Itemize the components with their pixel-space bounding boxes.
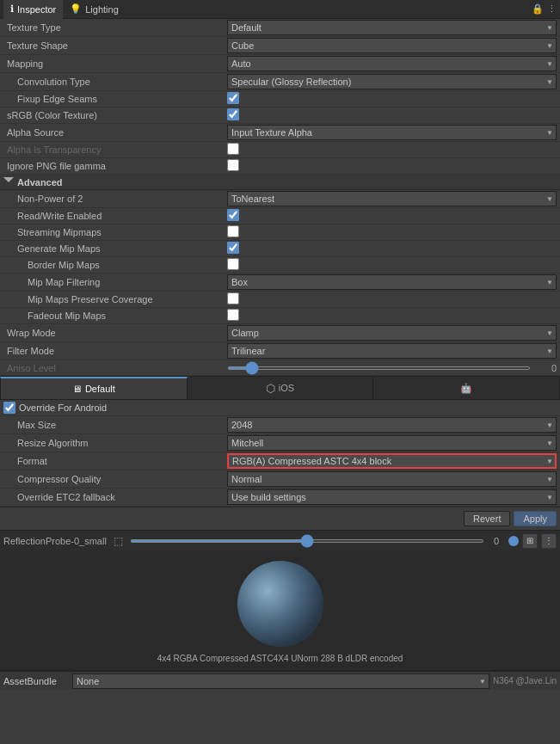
inspector-body: Texture Type Default Texture Shape Cube … bbox=[0, 19, 560, 690]
fixup-edge-seams-checkbox[interactable] bbox=[227, 92, 239, 104]
wrap-mode-dropdown[interactable]: Clamp bbox=[227, 325, 557, 341]
ignore-png-value[interactable] bbox=[227, 159, 557, 173]
preview-info: 4x4 RGBA Compressed ASTC4X4 UNorm 288 B … bbox=[157, 654, 403, 663]
fadeout-mip-maps-label: Fadeout Mip Maps bbox=[3, 311, 227, 321]
mip-maps-preserve-checkbox[interactable] bbox=[227, 292, 239, 304]
mip-map-filtering-label: Mip Map Filtering bbox=[3, 277, 227, 287]
alpha-source-value[interactable]: Input Texture Alpha bbox=[227, 125, 557, 140]
preview-slider[interactable] bbox=[130, 539, 484, 543]
tab-lighting[interactable]: 💡 Lighting bbox=[63, 0, 126, 19]
format-dropdown[interactable]: RGB(A) Compressed ASTC 4x4 block bbox=[227, 453, 557, 469]
preview-sphere bbox=[237, 561, 323, 647]
format-value[interactable]: RGB(A) Compressed ASTC 4x4 block bbox=[227, 453, 557, 469]
mip-map-filtering-dropdown[interactable]: Box bbox=[227, 274, 557, 290]
override-etc2-dropdown[interactable]: Use build settings bbox=[227, 489, 557, 505]
convolution-type-dropdown[interactable]: Specular (Glossy Reflection) bbox=[227, 74, 557, 89]
ignore-png-checkbox[interactable] bbox=[227, 159, 239, 171]
resize-algorithm-dropdown[interactable]: Mitchell bbox=[227, 435, 557, 451]
non-power-dropdown[interactable]: ToNearest bbox=[227, 191, 557, 206]
alpha-transparency-checkbox[interactable] bbox=[227, 143, 239, 155]
generate-mip-maps-checkbox[interactable] bbox=[227, 242, 239, 254]
monitor-icon: 🖥 bbox=[72, 384, 82, 394]
tab-inspector[interactable]: ℹ Inspector bbox=[3, 0, 63, 19]
grid-icon-btn[interactable]: ⊞ bbox=[522, 533, 538, 549]
streaming-mipmaps-label: Streaming Mipmaps bbox=[3, 227, 227, 237]
alpha-source-dropdown[interactable]: Input Texture Alpha bbox=[227, 125, 557, 140]
fadeout-mip-maps-value[interactable] bbox=[227, 309, 557, 323]
filter-mode-value[interactable]: Trilinear bbox=[227, 343, 557, 359]
more-icon-btn[interactable]: ⋮ bbox=[541, 533, 557, 549]
streaming-mipmaps-row: Streaming Mipmaps bbox=[0, 224, 560, 241]
srgb-value[interactable] bbox=[227, 108, 557, 122]
aniso-level-slider[interactable] bbox=[227, 366, 531, 370]
filter-mode-row: Filter Mode Trilinear bbox=[0, 342, 560, 360]
texture-type-value[interactable]: Default bbox=[227, 20, 557, 35]
override-row: Override For Android bbox=[0, 400, 560, 416]
compressor-quality-row: Compressor Quality Normal bbox=[0, 470, 560, 489]
filter-mode-dropdown[interactable]: Trilinear bbox=[227, 343, 557, 359]
max-size-dropdown[interactable]: 2048 bbox=[227, 417, 557, 433]
border-mip-maps-value[interactable] bbox=[227, 258, 557, 272]
mapping-label: Mapping bbox=[3, 58, 227, 69]
fixup-edge-seams-value[interactable] bbox=[227, 92, 557, 106]
platform-tab-android[interactable]: 🤖 bbox=[373, 377, 560, 399]
texture-shape-value[interactable]: Cube bbox=[227, 38, 557, 53]
mapping-dropdown[interactable]: Auto bbox=[227, 56, 557, 71]
bottom-bar: ReflectionProbe-0_small ⬚ 0 ⊞ ⋮ bbox=[0, 530, 560, 550]
mip-map-filtering-row: Mip Map Filtering Box bbox=[0, 274, 560, 292]
fadeout-mip-maps-checkbox[interactable] bbox=[227, 309, 239, 321]
max-size-value[interactable]: 2048 bbox=[227, 417, 557, 433]
resize-algorithm-row: Resize Algorithm Mitchell bbox=[0, 434, 560, 452]
alpha-source-row: Alpha Source Input Texture Alpha bbox=[0, 124, 560, 142]
wrap-mode-value[interactable]: Clamp bbox=[227, 325, 557, 341]
inspector-label: Inspector bbox=[17, 4, 56, 15]
platform-tab-ios[interactable]: ⬡ iOS bbox=[188, 377, 374, 399]
revert-button[interactable]: Revert bbox=[464, 511, 510, 526]
srgb-checkbox[interactable] bbox=[227, 108, 239, 120]
read-write-label: Read/Write Enabled bbox=[3, 211, 227, 221]
texture-shape-row: Texture Shape Cube bbox=[0, 37, 560, 55]
read-write-value[interactable] bbox=[227, 209, 557, 223]
streaming-mipmaps-value[interactable] bbox=[227, 225, 557, 239]
preview-area: 4x4 RGBA Compressed ASTC4X4 UNorm 288 B … bbox=[0, 550, 560, 671]
advanced-header[interactable]: Advanced bbox=[0, 175, 560, 190]
non-power-value[interactable]: ToNearest bbox=[227, 191, 557, 206]
asset-bundle-dropdown[interactable]: None bbox=[72, 673, 489, 689]
slider-value: 0 bbox=[488, 536, 505, 546]
convolution-type-value[interactable]: Specular (Glossy Reflection) bbox=[227, 74, 557, 89]
wrap-mode-label: Wrap Mode bbox=[3, 328, 227, 338]
read-write-checkbox[interactable] bbox=[227, 209, 239, 221]
menu-icon[interactable]: ⋮ bbox=[547, 3, 557, 15]
fixup-edge-seams-row: Fixup Edge Seams bbox=[0, 91, 560, 108]
convolution-type-row: Convolution Type Specular (Glossy Reflec… bbox=[0, 73, 560, 91]
compressor-quality-value[interactable]: Normal bbox=[227, 471, 557, 487]
texture-shape-dropdown[interactable]: Cube bbox=[227, 38, 557, 53]
override-label: Override For Android bbox=[19, 403, 107, 413]
override-checkbox[interactable] bbox=[3, 402, 15, 414]
expand-icon[interactable]: ⬚ bbox=[114, 535, 123, 547]
non-power-row: Non-Power of 2 ToNearest bbox=[0, 190, 560, 208]
streaming-mipmaps-checkbox[interactable] bbox=[227, 225, 239, 237]
aniso-level-label: Aniso Level bbox=[3, 363, 227, 373]
lock-icon[interactable]: 🔒 bbox=[532, 3, 544, 15]
resize-algorithm-value[interactable]: Mitchell bbox=[227, 435, 557, 451]
alpha-transparency-value[interactable] bbox=[227, 143, 557, 157]
revert-apply-bar: Revert Apply bbox=[0, 507, 560, 530]
alpha-transparency-row: Alpha Is Transparency bbox=[0, 142, 560, 158]
texture-type-dropdown[interactable]: Default bbox=[227, 20, 557, 35]
compressor-quality-dropdown[interactable]: Normal bbox=[227, 471, 557, 487]
fadeout-mip-maps-row: Fadeout Mip Maps bbox=[0, 308, 560, 324]
platform-tab-default[interactable]: 🖥 Default bbox=[0, 377, 188, 399]
border-mip-maps-checkbox[interactable] bbox=[227, 258, 239, 270]
filter-mode-label: Filter Mode bbox=[3, 346, 227, 356]
mip-map-filtering-value[interactable]: Box bbox=[227, 274, 557, 290]
generate-mip-maps-value[interactable] bbox=[227, 242, 557, 255]
mip-maps-preserve-value[interactable] bbox=[227, 292, 557, 306]
android-icon: 🤖 bbox=[460, 383, 472, 394]
generate-mip-maps-row: Generate Mip Maps bbox=[0, 241, 560, 257]
override-etc2-label: Override ETC2 fallback bbox=[3, 492, 227, 502]
tab-bar: ℹ Inspector 💡 Lighting 🔒 ⋮ bbox=[0, 0, 560, 19]
override-etc2-value[interactable]: Use build settings bbox=[227, 489, 557, 505]
mapping-value[interactable]: Auto bbox=[227, 56, 557, 71]
apply-button[interactable]: Apply bbox=[514, 511, 557, 526]
